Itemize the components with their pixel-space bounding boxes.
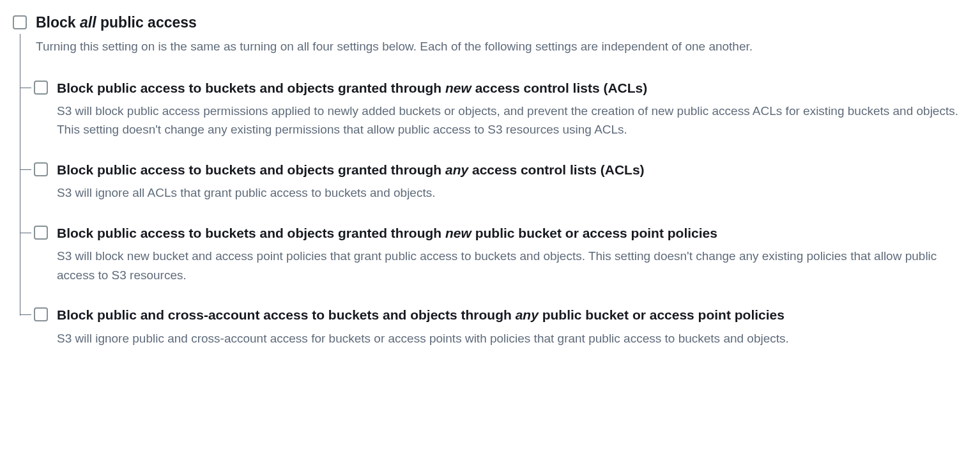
block-any-policies-checkbox[interactable] (34, 307, 48, 321)
tree-branch-line (20, 169, 31, 170)
label-text-post: public bucket or access point policies (471, 226, 717, 240)
block-any-policies-description: S3 will ignore public and cross-account … (57, 329, 967, 348)
block-new-policies-label: Block public access to buckets and objec… (57, 223, 967, 243)
block-new-policies-row: Block public access to buckets and objec… (20, 208, 967, 289)
label-text-pre: Block public access to buckets and objec… (57, 81, 445, 95)
tree-branch-line (20, 88, 31, 88)
label-text-pre: Block public access to buckets and objec… (57, 162, 445, 177)
tree-branch-line (20, 233, 31, 233)
label-text-post: access control lists (ACLs) (468, 162, 644, 177)
block-new-acls-row: Block public access to buckets and objec… (20, 63, 967, 144)
block-any-policies-label: Block public and cross-account access to… (57, 305, 967, 325)
block-new-acls-label: Block public access to buckets and objec… (57, 78, 967, 98)
label-text-pre: Block public access to buckets and objec… (57, 226, 445, 240)
block-any-policies-row: Block public and cross-account access to… (20, 289, 967, 353)
block-any-acls-row: Block public access to buckets and objec… (20, 144, 967, 208)
block-all-public-access-description: Turning this setting on is the same as t… (36, 38, 967, 56)
block-all-public-access-checkbox[interactable] (13, 15, 27, 29)
block-new-acls-checkbox[interactable] (34, 81, 48, 95)
label-text-post: public bucket or access point policies (539, 307, 785, 322)
label-text-em: new (445, 226, 471, 240)
block-all-public-access-row: Block all public access (13, 13, 967, 33)
label-text-pre: Block public and cross-account access to… (57, 307, 516, 322)
block-new-acls-description: S3 will block public access permissions … (57, 102, 967, 139)
tree-branch-line (20, 314, 31, 315)
block-any-acls-label: Block public access to buckets and objec… (57, 160, 967, 180)
label-text-post: public access (96, 14, 197, 31)
label-text-em: new (445, 81, 471, 95)
label-text-em: any (516, 307, 539, 322)
block-any-acls-checkbox[interactable] (34, 162, 48, 176)
block-new-policies-description: S3 will block new bucket and access poin… (57, 247, 967, 284)
label-text-em: any (445, 162, 468, 177)
block-new-policies-checkbox[interactable] (34, 226, 48, 240)
label-text-pre: Block (36, 14, 80, 31)
sub-options-tree: Block public access to buckets and objec… (20, 63, 967, 353)
label-text-em: all (80, 14, 96, 31)
block-all-public-access-label: Block all public access (36, 13, 197, 33)
label-text-post: access control lists (ACLs) (471, 81, 647, 95)
block-any-acls-description: S3 will ignore all ACLs that grant publi… (57, 183, 967, 202)
